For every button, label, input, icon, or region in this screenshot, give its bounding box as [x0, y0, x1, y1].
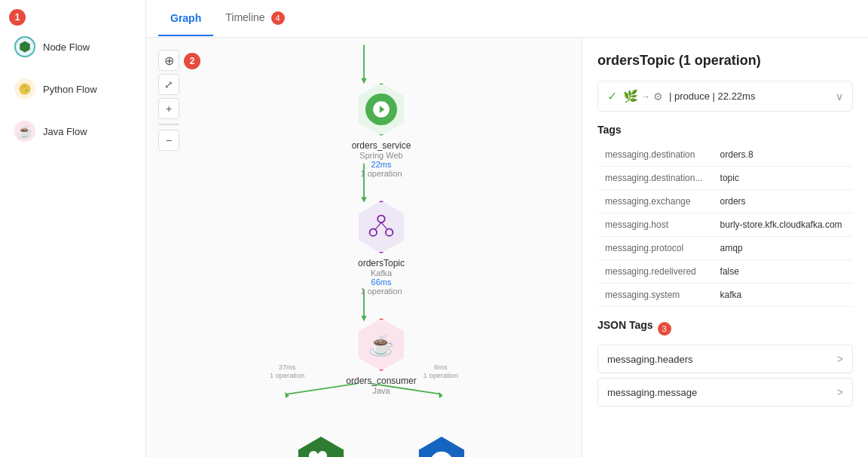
tags-table: messaging.destinationorders.8messaging.d…: [598, 143, 853, 307]
main-area: Graph Timeline 4 ⊕ ⤢ + − 2: [146, 0, 868, 457]
json-tag-row[interactable]: messaging.message>: [598, 378, 853, 406]
sidebar-item-java-flow[interactable]: ☕ Java Flow: [0, 110, 145, 152]
java-hexagon: ☕: [355, 318, 408, 371]
op-flow-icons: 🌿 → ⚙: [623, 89, 663, 103]
java-flow-label: Java Flow: [43, 126, 87, 137]
tags-row: messaging.protocolamqp: [598, 237, 853, 260]
spring-node[interactable]: orders_service Spring Web 22ms 1 operati…: [352, 83, 411, 178]
sidebar-badge: 1: [9, 9, 26, 26]
bottom-nodes: receipts-prod item-stock: [295, 437, 468, 457]
zoom-divider: [158, 124, 179, 125]
item-stock-hexagon: [415, 437, 468, 457]
tags-row: messaging.hostburly-store.kfk.cloudkafka…: [598, 213, 853, 237]
spring-label: orders_service: [352, 140, 411, 151]
spring-icon: [365, 94, 397, 125]
python-flow-icon: 🐍: [14, 78, 35, 100]
graph-canvas: ⊕ ⤢ + − 2 37ms: [146, 38, 582, 457]
sidebar: 1 Node Flow 🐍 Python Flow ☕ Java Flow: [0, 0, 146, 457]
content-area: ⊕ ⤢ + − 2 37ms: [146, 38, 868, 457]
panel-title: ordersTopic (1 operation): [598, 53, 853, 69]
json-tag-arrow-icon: >: [837, 386, 843, 398]
json-tags-header: JSON Tags 3: [598, 319, 853, 339]
item-stock-node[interactable]: item-stock: [415, 437, 468, 457]
java-consumer-label: orders_consumer: [346, 376, 416, 386]
tabs-bar: Graph Timeline 4: [146, 0, 868, 38]
tab-timeline[interactable]: Timeline 4: [213, 1, 296, 37]
svg-text:37ms: 37ms: [279, 363, 296, 371]
spring-hexagon: [355, 83, 408, 136]
java-node[interactable]: ☕ orders_consumer Java: [346, 318, 416, 395]
svg-marker-0: [20, 41, 30, 53]
kafka-hexagon: [355, 201, 408, 253]
java-flow-icon: ☕: [14, 121, 35, 142]
receipts-node[interactable]: receipts-prod: [295, 437, 347, 457]
node-flow-label: Node Flow: [43, 41, 90, 53]
svg-text:🐍: 🐍: [22, 84, 31, 94]
operation-row[interactable]: ✓ 🌿 → ⚙ | produce | 22.22ms ∨: [598, 81, 853, 112]
tab-graph[interactable]: Graph: [158, 2, 213, 36]
svg-point-19: [386, 228, 393, 236]
svg-line-21: [381, 222, 387, 230]
sidebar-item-python-flow[interactable]: 🐍 Python Flow: [0, 68, 145, 110]
svg-point-17: [377, 216, 385, 223]
json-tags-badge: 3: [658, 322, 671, 336]
tags-row: messaging.destination...topic: [598, 167, 853, 190]
svg-line-20: [375, 222, 381, 230]
tags-row: messaging.exchangeorders: [598, 190, 853, 213]
zoom-out-button[interactable]: −: [158, 130, 179, 151]
json-tag-arrow-icon: >: [837, 353, 843, 365]
svg-point-18: [370, 228, 377, 236]
node-flow-icon: [14, 36, 35, 57]
json-tag-row[interactable]: messaging.headers>: [598, 345, 853, 373]
python-flow-label: Python Flow: [43, 84, 97, 95]
op-text: | produce | 22.22ms: [669, 90, 830, 102]
graph-controls: ⊕ ⤢ + −: [158, 50, 179, 151]
op-chevron-icon: ∨: [836, 90, 843, 103]
receipts-hexagon: [295, 437, 347, 457]
tags-section-title: Tags: [598, 124, 853, 136]
pan-control[interactable]: ⊕: [158, 50, 179, 71]
svg-marker-14: [285, 392, 289, 398]
graph-badge: 2: [184, 53, 200, 69]
timeline-badge: 4: [271, 11, 285, 25]
zoom-in-button[interactable]: +: [158, 98, 179, 119]
kafka-label: ordersTopic: [358, 258, 405, 268]
kafka-node[interactable]: ordersTopic Kafka 66ms 1 operation: [355, 201, 408, 296]
tags-row: messaging.destinationorders.8: [598, 143, 853, 167]
tags-row: messaging.systemkafka: [598, 284, 853, 307]
fit-button[interactable]: ⤢: [158, 74, 179, 95]
json-tags-title: JSON Tags: [598, 319, 653, 331]
json-tags-list: messaging.headers>messaging.message>: [598, 345, 853, 406]
tags-row: messaging.redeliveredfalse: [598, 260, 853, 284]
sidebar-item-node-flow[interactable]: Node Flow: [0, 26, 145, 68]
op-check-icon: ✓: [607, 89, 617, 103]
right-panel: ordersTopic (1 operation) ✓ 🌿 → ⚙ | prod…: [582, 38, 868, 457]
